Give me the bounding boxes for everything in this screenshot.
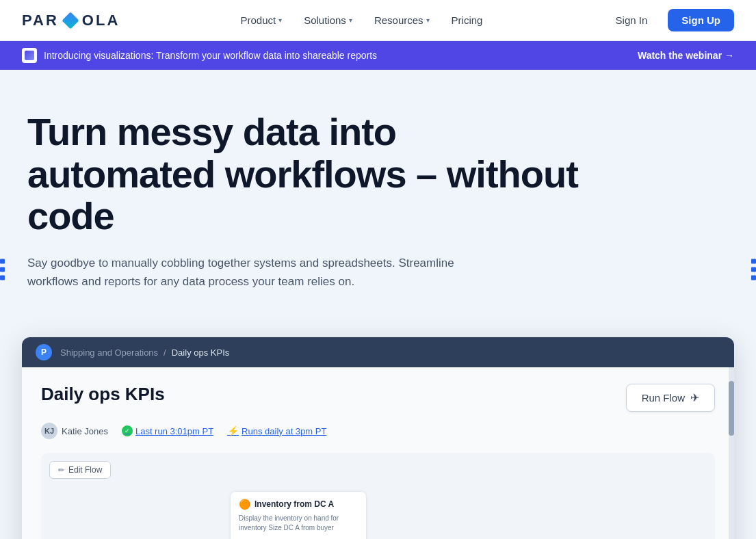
breadcrumb: Shipping and Operations / Daily ops KPIs	[60, 347, 229, 358]
demo-body: Daily ops KPIs Run Flow ✈ KJ Katie Jones…	[22, 367, 734, 539]
demo-window-wrapper: P Shipping and Operations / Daily ops KP…	[0, 326, 756, 539]
demo-window-logo: P	[36, 344, 52, 360]
hero-content: Turn messy data into automated workflows…	[0, 70, 616, 326]
nav-pricing-label: Pricing	[452, 14, 483, 26]
flow-node-icon: 🟠	[239, 499, 250, 510]
demo-scrollbar-thumb	[729, 381, 734, 436]
side-dot-left-2	[0, 267, 5, 272]
hero-section: Turn messy data into automated workflows…	[0, 70, 756, 539]
side-strip-left	[0, 259, 5, 280]
pencil-icon: ✏	[58, 466, 64, 475]
flow-node-inventory: 🟠 Inventory from DC A Display the invent…	[230, 491, 367, 539]
nav-resources-label: Resources	[374, 14, 423, 26]
flow-canvas: ✏ Edit Flow 🟠 Inventory from DC A Displa…	[41, 453, 715, 539]
nav-product[interactable]: Product ▾	[232, 10, 290, 30]
nav-solutions-chevron: ▾	[349, 16, 352, 24]
nav-pricing[interactable]: Pricing	[443, 10, 491, 30]
announcement-icon	[22, 48, 37, 63]
schedule[interactable]: ⚡ Runs daily at 3pm PT	[227, 425, 326, 436]
flow-meta: KJ Katie Jones ✓ Last run 3:01pm PT ⚡ Ru…	[41, 423, 715, 439]
breadcrumb-parent: Shipping and Operations	[60, 347, 158, 358]
edit-flow-label: Edit Flow	[68, 465, 102, 475]
side-dot-right-1	[751, 259, 756, 264]
announcement-cta[interactable]: Watch the webinar →	[638, 50, 734, 61]
flow-node-title: Inventory from DC A	[255, 499, 334, 509]
last-run[interactable]: ✓ Last run 3:01pm PT	[122, 425, 213, 436]
demo-titlebar: P Shipping and Operations / Daily ops KP…	[22, 337, 734, 367]
announcement-text: Introducing visualizations: Transform yo…	[44, 50, 377, 61]
run-flow-label: Run Flow	[642, 392, 685, 404]
run-flow-button[interactable]: Run Flow ✈	[626, 384, 715, 412]
user-info: KJ Katie Jones	[41, 423, 108, 439]
announcement-cta-label: Watch the webinar →	[638, 50, 734, 61]
demo-scrollbar[interactable]	[729, 367, 734, 539]
signup-nav-button[interactable]: Sign Up	[668, 9, 734, 31]
nav-actions: Sign In Sign Up	[603, 9, 734, 31]
schedule-label: Runs daily at 3pm PT	[242, 426, 326, 436]
nav-product-chevron: ▾	[278, 16, 282, 24]
last-run-label: Last run 3:01pm PT	[135, 426, 213, 436]
run-flow-icon: ✈	[690, 391, 699, 404]
hero-subtitle: Say goodbye to manually cobbling togethe…	[27, 254, 493, 291]
hero-title: Turn messy data into automated workflows…	[27, 111, 588, 237]
user-avatar: KJ	[41, 423, 57, 439]
signin-button[interactable]: Sign In	[603, 9, 660, 31]
breadcrumb-sep: /	[164, 347, 166, 358]
lightning-icon: ⚡	[227, 425, 239, 436]
side-dot-right-2	[751, 267, 756, 272]
nav-product-label: Product	[240, 14, 276, 26]
logo[interactable]: PAR OLA	[22, 12, 120, 29]
flow-title: Daily ops KPIs	[41, 384, 165, 405]
side-dot-left-3	[0, 276, 5, 280]
side-dot-left-1	[0, 259, 5, 264]
nav-menu: Product ▾ Solutions ▾ Resources ▾ Pricin…	[232, 10, 491, 30]
navbar: PAR OLA Product ▾ Solutions ▾ Resources …	[0, 0, 756, 41]
username: Katie Jones	[62, 426, 108, 436]
breadcrumb-current: Daily ops KPIs	[172, 347, 230, 358]
demo-window: P Shipping and Operations / Daily ops KP…	[22, 337, 734, 539]
flow-node-desc: Display the inventory on hand for invent…	[239, 514, 358, 533]
announcement-banner: Introducing visualizations: Transform yo…	[0, 41, 756, 70]
nav-resources-chevron: ▾	[426, 16, 430, 24]
announcement-left: Introducing visualizations: Transform yo…	[22, 48, 377, 63]
flow-header: Daily ops KPIs Run Flow ✈	[41, 384, 715, 412]
nav-resources[interactable]: Resources ▾	[366, 10, 438, 30]
nav-solutions[interactable]: Solutions ▾	[296, 10, 361, 30]
side-dot-right-3	[751, 276, 756, 280]
side-strip-right	[751, 259, 756, 280]
nav-solutions-label: Solutions	[304, 14, 346, 26]
flow-node-header: 🟠 Inventory from DC A	[239, 499, 358, 510]
edit-flow-button[interactable]: ✏ Edit Flow	[49, 461, 111, 479]
check-icon: ✓	[122, 425, 133, 436]
